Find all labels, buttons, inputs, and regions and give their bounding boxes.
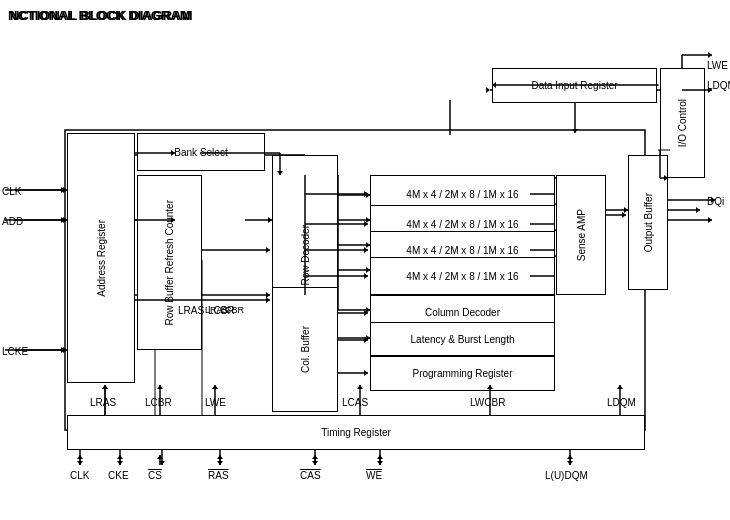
io-control-label: I/O Control (676, 99, 689, 147)
timing-register-box: Timing Register (67, 415, 645, 450)
diagram-container: NCTIONAL BLOCK DIAGRAM (0, 0, 730, 520)
lcbr-box-label: LCBR (208, 305, 235, 316)
svg-marker-70 (157, 455, 163, 459)
sense-amp-box: Sense AMP (556, 175, 606, 295)
svg-marker-140 (102, 385, 108, 389)
svg-marker-100 (266, 247, 270, 253)
svg-marker-42 (486, 87, 490, 93)
programming-register-label: Programming Register (412, 367, 512, 380)
page-title: NCTIONAL BLOCK DIAGRAM (8, 8, 190, 23)
sense-amp-label: Sense AMP (575, 209, 588, 261)
svg-marker-89 (61, 347, 65, 353)
svg-marker-128 (708, 52, 712, 58)
row-buffer-label: Row Buffer Refresh Counter (163, 200, 176, 325)
svg-marker-85 (61, 187, 65, 193)
cas-bottom-label: CAS (300, 470, 321, 481)
svg-marker-107 (364, 247, 368, 253)
svg-marker-78 (567, 455, 573, 459)
bank-select-box: Bank Select (137, 133, 265, 171)
output-buffer-box: Output Buffer (628, 155, 668, 290)
memory-array-4-box: 4M x 4 / 2M x 8 / 1M x 16 (370, 257, 555, 295)
lras-bottom-label: LRAS (90, 397, 116, 408)
svg-marker-154 (117, 461, 123, 465)
cs-bottom-label: CS (148, 470, 162, 481)
svg-marker-132 (708, 217, 712, 223)
bank-select-label: Bank Select (174, 146, 227, 159)
svg-marker-146 (357, 385, 363, 389)
data-input-register-label: Data Input Register (531, 79, 617, 92)
latency-burst-label: Latency & Burst Length (411, 333, 515, 346)
svg-marker-74 (312, 455, 318, 459)
svg-marker-150 (617, 385, 623, 389)
col-buffer-label: Col. Buffer (299, 326, 312, 373)
svg-marker-160 (312, 461, 318, 465)
svg-marker-103 (364, 191, 368, 197)
timing-register-label: Timing Register (321, 426, 391, 439)
memory-array-1-label: 4M x 4 / 2M x 8 / 1M x 16 (406, 188, 518, 201)
ldqm-right-label: LDQM (707, 80, 730, 91)
lcke-input-label: LCKE (2, 346, 28, 357)
output-buffer-label: Output Buffer (642, 193, 655, 252)
ludqm-bottom-label: L(U)DQM (545, 470, 588, 481)
svg-marker-152 (77, 461, 83, 465)
svg-marker-144 (212, 385, 218, 389)
memory-array-2-label: 4M x 4 / 2M x 8 / 1M x 16 (406, 218, 518, 231)
ldqm-bottom-label: LDQM (607, 397, 636, 408)
address-register-label: Address Register (95, 220, 108, 297)
svg-marker-158 (217, 461, 223, 465)
svg-marker-162 (377, 461, 383, 465)
svg-marker-122 (364, 370, 368, 376)
lras-box-label: LRAS (178, 305, 204, 316)
svg-marker-120 (364, 337, 368, 343)
address-register-box: Address Register (67, 133, 135, 383)
svg-marker-105 (364, 221, 368, 227)
svg-marker-64 (102, 385, 108, 389)
svg-marker-46 (696, 207, 700, 213)
svg-marker-87 (61, 217, 65, 223)
svg-marker-72 (217, 455, 223, 459)
data-input-register-box: Data Input Register (492, 68, 657, 103)
lwe-right-label: LWE (707, 60, 728, 71)
svg-marker-95 (266, 297, 270, 303)
svg-marker-12 (266, 292, 270, 298)
svg-marker-164 (567, 461, 573, 465)
row-decoder-label: Row Decoder (299, 225, 312, 286)
lcas-bottom-label: LCAS (342, 397, 368, 408)
latency-burst-box: Latency & Burst Length (370, 322, 555, 356)
svg-marker-76 (377, 455, 383, 459)
svg-marker-118 (364, 310, 368, 316)
svg-marker-109 (364, 273, 368, 279)
dqi-right-label: DQi (707, 196, 724, 207)
clk-input-label: CLK (2, 186, 21, 197)
row-buffer-box: Row Buffer Refresh Counter (137, 175, 202, 350)
lwe-bottom-label: LWE (205, 397, 226, 408)
lwcbr-bottom-label: LWCBR (470, 397, 505, 408)
column-decoder-label: Column Decoder (425, 306, 500, 319)
svg-marker-116 (622, 212, 626, 218)
programming-register-box: Programming Register (370, 356, 555, 391)
svg-marker-66 (77, 455, 83, 459)
cke-bottom-label: CKE (108, 470, 129, 481)
add-input-label: ADD (2, 216, 23, 227)
memory-array-3-label: 4M x 4 / 2M x 8 / 1M x 16 (406, 244, 518, 257)
col-buffer-box: Col. Buffer (272, 287, 338, 412)
svg-marker-68 (117, 455, 123, 459)
memory-array-4-label: 4M x 4 / 2M x 8 / 1M x 16 (406, 270, 518, 283)
we-bottom-label: WE (366, 470, 382, 481)
svg-marker-138 (572, 129, 578, 133)
svg-marker-142 (157, 385, 163, 389)
clk-bottom-label: CLK (70, 470, 89, 481)
svg-marker-156 (159, 461, 165, 465)
ras-bottom-label: RAS (208, 470, 229, 481)
lcbr-bottom-label: LCBR (145, 397, 172, 408)
